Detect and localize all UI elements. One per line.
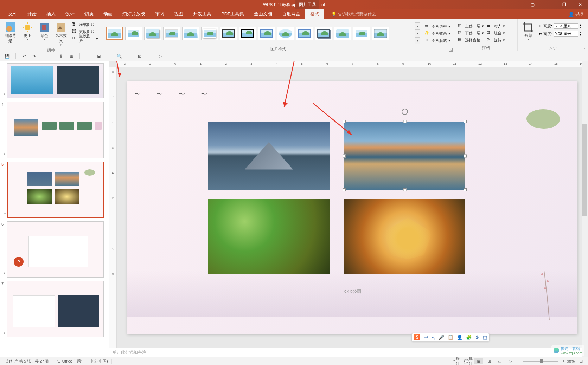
picture-style-13[interactable] xyxy=(334,27,351,40)
ribbon-display-options-icon[interactable]: ▢ xyxy=(525,0,541,9)
resize-handle-s[interactable] xyxy=(403,188,406,191)
zoom-level[interactable]: 98% xyxy=(567,359,575,363)
gallery-up-button[interactable]: ▴ xyxy=(415,22,420,30)
tab-animation[interactable]: 动画 xyxy=(98,9,117,19)
restore-button[interactable]: ❐ xyxy=(556,0,572,9)
resize-handle-w[interactable] xyxy=(343,154,346,157)
height-spinner[interactable]: ▴▾ xyxy=(580,24,581,28)
language-status[interactable]: 中文(中国) xyxy=(86,359,111,364)
ime-tools-icon[interactable]: ⚙ xyxy=(475,335,479,340)
bring-forward-button[interactable]: ◱上移一层 ▾ xyxy=(456,22,485,30)
tab-baidu[interactable]: 百度网盘 xyxy=(277,9,305,19)
tab-insert[interactable]: 插入 xyxy=(41,9,60,19)
picture-style-15[interactable] xyxy=(372,27,389,40)
notes-toggle-button[interactable]: ≡ 备注 xyxy=(453,358,462,364)
picture-style-7[interactable] xyxy=(220,27,237,40)
tab-format[interactable]: 格式 xyxy=(305,9,324,19)
slide-thumbnails-panel[interactable]: ★ 4 ★ 5 ★ 6 xyxy=(0,61,109,357)
crop-button[interactable]: 裁剪▾ xyxy=(520,21,537,42)
tab-jinshan[interactable]: 金山文档 xyxy=(249,9,277,19)
picture-style-8[interactable] xyxy=(239,27,256,40)
canvas-area[interactable]: 〜 〜 〜 〜 xyxy=(117,67,588,348)
artistic-effects-button[interactable]: 艺术效果▾ xyxy=(52,21,69,47)
close-button[interactable]: ✕ xyxy=(572,0,588,9)
tab-slideshow[interactable]: 幻灯片放映 xyxy=(117,9,150,19)
picture-style-10[interactable] xyxy=(277,27,294,40)
resize-handle-sw[interactable] xyxy=(343,188,346,191)
picstyles-launcher[interactable]: ↘ xyxy=(449,48,453,52)
picture-layout-button[interactable]: ⊞图片版式 ▾ xyxy=(423,37,452,44)
rotation-handle[interactable] xyxy=(402,109,408,115)
resize-handle-e[interactable] xyxy=(464,154,467,157)
tab-file[interactable]: 文件 xyxy=(4,9,23,19)
tab-home[interactable]: 开始 xyxy=(23,9,41,19)
ime-keyboard-icon[interactable]: ⬚ xyxy=(483,335,487,340)
picture-style-11[interactable] xyxy=(296,27,313,40)
tell-me-search[interactable]: 💡 告诉我您想要做什么... xyxy=(331,11,379,17)
send-backward-button[interactable]: ◲下移一层 ▾ xyxy=(456,30,485,37)
ime-voice-icon[interactable]: 🎤 xyxy=(439,335,444,340)
ime-punct-icon[interactable]: •ˌ xyxy=(432,335,435,340)
picture-style-9[interactable] xyxy=(258,27,275,40)
slide-thumb-6[interactable]: ★ P xyxy=(7,221,104,278)
photo-mountain-fuji[interactable] xyxy=(208,122,330,190)
minimize-button[interactable]: ─ xyxy=(541,0,556,9)
tab-pdf[interactable]: PDF工具集 xyxy=(216,9,249,19)
slideshow-view-button[interactable]: ▷ xyxy=(506,358,514,364)
photo-autumn-lake-selected[interactable] xyxy=(344,122,465,190)
notes-pane[interactable]: 单击此处添加备注 xyxy=(109,348,588,357)
slide-count-status[interactable]: 幻灯片 第 5 张，共 27 张 xyxy=(3,359,53,364)
height-input[interactable] xyxy=(554,23,578,29)
size-launcher[interactable]: ↘ xyxy=(583,47,586,50)
picture-style-4[interactable] xyxy=(163,27,180,40)
qat-window-icon[interactable]: ⊡ xyxy=(136,53,143,60)
align-button[interactable]: ☰对齐 ▾ xyxy=(485,22,506,30)
fit-to-window-button[interactable]: ⊡ xyxy=(577,358,585,364)
resize-handle-n[interactable] xyxy=(403,120,406,123)
tab-view[interactable]: 视图 xyxy=(169,9,188,19)
remove-background-button[interactable]: 删除背景 xyxy=(2,21,19,44)
corrections-button[interactable]: 更正▾ xyxy=(19,21,36,42)
picture-style-1[interactable] xyxy=(106,27,123,40)
slide-thumb-3[interactable]: ★ xyxy=(7,63,104,98)
ime-clipboard-icon[interactable]: 📋 xyxy=(448,335,453,340)
vertical-ruler[interactable]: 0123456789 xyxy=(109,67,117,348)
company-footer-text[interactable]: XXX公司 xyxy=(343,288,362,295)
photo-maple-leaf[interactable] xyxy=(344,199,465,274)
zoom-out-button[interactable]: − xyxy=(517,359,519,363)
color-button[interactable]: 颜色▾ xyxy=(36,21,53,42)
tab-design[interactable]: 设计 xyxy=(60,9,79,19)
picture-tools-context-tab[interactable]: 图片工具 xyxy=(295,0,319,9)
sogou-logo-icon[interactable]: S xyxy=(414,334,420,340)
slide-thumb-5[interactable]: ★ xyxy=(7,162,104,218)
photo-green-leaves[interactable] xyxy=(208,199,330,274)
picture-style-2[interactable] xyxy=(125,27,142,40)
theme-status[interactable]: "1_Office 主题" xyxy=(53,359,87,364)
tab-review[interactable]: 审阅 xyxy=(150,9,169,19)
gallery-down-button[interactable]: ▾ xyxy=(415,30,420,37)
qat-preview-icon[interactable]: ▷ xyxy=(156,53,164,60)
rotate-button[interactable]: ⟳旋转 ▾ xyxy=(485,37,506,44)
tab-transition[interactable]: 切换 xyxy=(79,9,98,19)
qat-zoom-icon[interactable]: 🔍 xyxy=(116,53,123,60)
ime-toolbar[interactable]: S 中 •ˌ 🎤 📋 👤 🧩 ⚙ ⬚ xyxy=(411,333,490,341)
slide-canvas[interactable]: 〜 〜 〜 〜 xyxy=(127,81,577,334)
ime-user-icon[interactable]: 👤 xyxy=(457,335,462,340)
reading-view-button[interactable]: ▭ xyxy=(496,358,504,364)
tab-dev[interactable]: 开发工具 xyxy=(188,9,216,19)
ime-lang-toggle[interactable]: 中 xyxy=(424,334,428,340)
reset-picture-button[interactable]: ↺重设图片 ▾ xyxy=(71,35,100,42)
compress-pictures-button[interactable]: 🗜压缩图片 xyxy=(71,21,100,28)
resize-handle-ne[interactable] xyxy=(464,120,467,123)
zoom-slider[interactable] xyxy=(523,361,558,362)
gallery-more-button[interactable]: ▾ xyxy=(415,37,420,44)
resize-handle-nw[interactable] xyxy=(343,120,346,123)
picture-style-5[interactable] xyxy=(182,27,199,40)
picture-style-6[interactable] xyxy=(201,27,218,40)
normal-view-button[interactable]: ▣ xyxy=(474,358,483,364)
picture-effects-button[interactable]: ✨图片效果 ▾ xyxy=(423,30,452,37)
picture-style-14[interactable] xyxy=(353,27,370,40)
zoom-in-button[interactable]: + xyxy=(563,359,565,363)
resize-handle-se[interactable] xyxy=(464,188,467,191)
picture-border-button[interactable]: ▭图片边框 ▾ xyxy=(423,23,452,30)
